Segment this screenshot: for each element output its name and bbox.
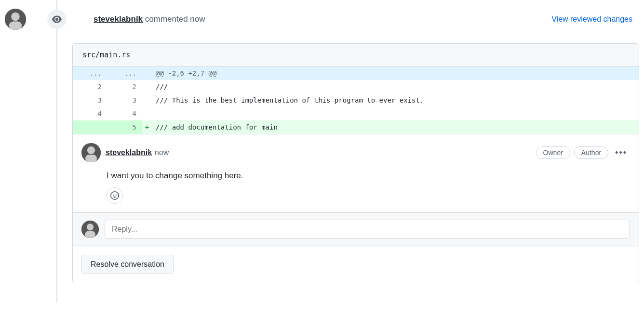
comment-time[interactable]: now [155, 148, 169, 157]
comment-username-link[interactable]: steveklabnik [106, 148, 152, 157]
svg-point-4 [87, 146, 95, 154]
smiley-icon [110, 191, 119, 200]
svg-point-7 [87, 223, 94, 230]
view-reviewed-changes-link[interactable]: View reviewed changes [551, 15, 632, 24]
line-num-old[interactable]: 4 [73, 107, 107, 120]
username-link[interactable]: steveklabnik [94, 14, 143, 24]
author-badge: Author [574, 146, 608, 159]
review-eye-icon [47, 10, 67, 29]
hunk-text: @@ -2,6 +2,7 @@ [152, 66, 639, 80]
comment: steveklabnik now Owner Author ••• I want… [73, 134, 639, 204]
hunk-ellipsis-left[interactable]: ... [73, 66, 107, 80]
svg-point-1 [11, 13, 20, 21]
hunk-ellipsis-right[interactable]: ... [107, 66, 142, 80]
diff-row-addition: 5 + /// add documentation for main [73, 120, 639, 134]
line-num-new[interactable]: 2 [107, 80, 142, 93]
avatar[interactable] [81, 143, 101, 162]
resolve-conversation-button[interactable]: Resolve conversation [81, 255, 174, 274]
line-num-new[interactable]: 4 [107, 107, 142, 120]
svg-rect-8 [85, 231, 95, 238]
line-num-old[interactable] [73, 120, 107, 134]
review-header: steveklabnik commented now View reviewed… [0, 5, 644, 34]
line-num-old[interactable]: 2 [73, 80, 107, 93]
diff-code: /// [152, 80, 639, 93]
diff-code: /// add documentation for main [152, 120, 639, 134]
resolve-row: Resolve conversation [73, 246, 639, 283]
diff-hunk-header: ... ... @@ -2,6 +2,7 @@ [73, 66, 639, 80]
diff-code [152, 107, 639, 120]
diff-row: 3 3 /// This is the best implementation … [73, 93, 639, 107]
header-time: now [190, 14, 205, 24]
line-num-new[interactable]: 3 [107, 93, 142, 107]
avatar[interactable] [81, 221, 99, 238]
add-reaction-button[interactable] [107, 187, 123, 204]
diff-code: /// This is the best implementation of t… [152, 93, 639, 107]
kebab-icon[interactable]: ••• [612, 148, 630, 158]
line-num-old[interactable]: 3 [73, 93, 107, 107]
diff-row: 2 2 /// [73, 80, 639, 93]
diff-row: 4 4 [73, 107, 639, 120]
avatar[interactable] [5, 9, 26, 30]
svg-rect-5 [85, 155, 97, 162]
timeline-line [56, 0, 57, 302]
header-action: commented [145, 14, 188, 24]
reply-row [73, 212, 639, 246]
review-header-text: steveklabnik commented now [94, 14, 205, 24]
owner-badge: Owner [536, 146, 570, 159]
diff-table: ... ... @@ -2,6 +2,7 @@ 2 2 /// 3 3 /// … [73, 66, 639, 134]
file-path[interactable]: src/main.rs [73, 44, 639, 66]
reply-input[interactable] [105, 220, 630, 239]
line-num-new[interactable]: 5 [107, 120, 142, 134]
review-box: src/main.rs ... ... @@ -2,6 +2,7 @@ 2 2 … [72, 43, 639, 283]
svg-rect-2 [9, 21, 22, 30]
comment-body: I want you to change something here. [107, 171, 630, 181]
comment-badges: Owner Author ••• [536, 146, 630, 159]
